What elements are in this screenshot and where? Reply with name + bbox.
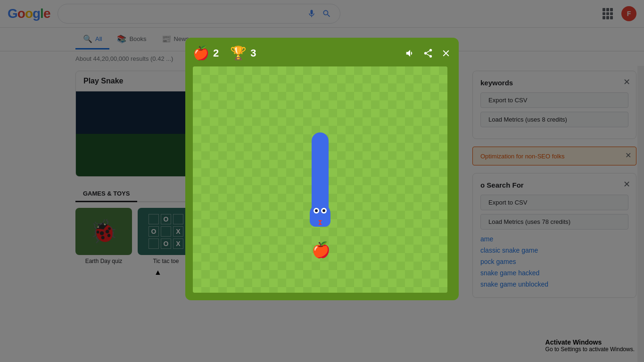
- snake-head: [310, 203, 330, 227]
- apple-icon: 🍎: [193, 45, 209, 61]
- volume-button[interactable]: [405, 48, 415, 58]
- snake-pupil-left: [315, 209, 318, 212]
- snake-tongue: [318, 220, 322, 225]
- share-button[interactable]: [423, 48, 433, 58]
- score-section: 🍎 2 🏆 3: [193, 45, 405, 61]
- trophy-score: 3: [250, 47, 256, 59]
- trophy-score-item: 🏆 3: [230, 45, 256, 61]
- snake-eye-left: [314, 208, 319, 214]
- game-apple: 🍎: [312, 241, 330, 259]
- snake-eye-right: [321, 208, 327, 214]
- trophy-icon: 🏆: [230, 45, 247, 61]
- apple-score: 2: [213, 47, 219, 59]
- modal-controls: [405, 48, 451, 58]
- snake-pupil-right: [322, 209, 325, 212]
- modal-header: 🍎 2 🏆 3: [193, 45, 451, 61]
- apple-score-item: 🍎 2: [193, 45, 219, 61]
- modal-overlay[interactable]: 🍎 2 🏆 3: [0, 0, 644, 362]
- game-board: 🍎: [193, 66, 447, 293]
- close-button[interactable]: [441, 48, 451, 58]
- snake-game-modal: 🍎 2 🏆 3: [185, 38, 459, 300]
